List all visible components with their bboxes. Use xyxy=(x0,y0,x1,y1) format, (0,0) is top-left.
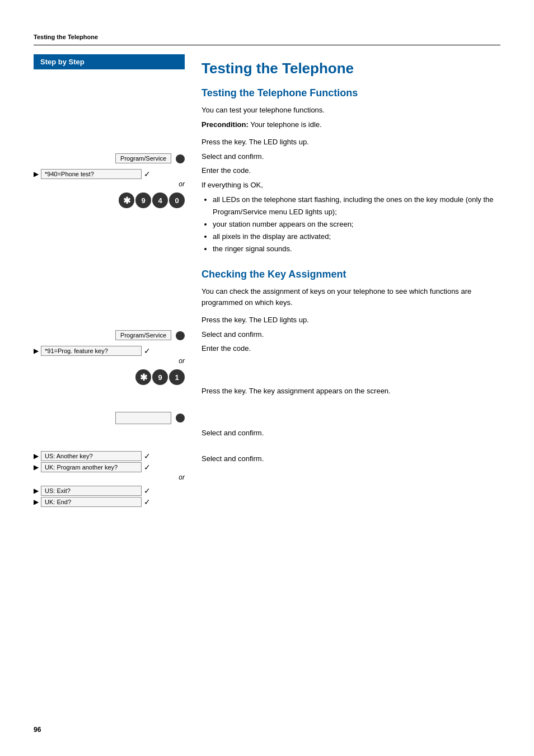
left-column: Step by Step Program/Service ▶ xyxy=(34,54,196,511)
section1-precondition: Precondition: Your telephone is idle. xyxy=(202,119,500,130)
section2-step4-desc: Select and confirm. xyxy=(202,428,500,439)
arrow-icon-2: ▶ xyxy=(34,347,39,355)
main-title: Testing the Telephone xyxy=(202,60,500,77)
code-1-2: 1 xyxy=(169,369,185,385)
bullet-3: all pixels in the display are activated; xyxy=(213,231,500,243)
menu-label-uk-another[interactable]: UK: Program another key? xyxy=(41,462,142,472)
check-icon-1: ✓ xyxy=(144,170,151,179)
code-0-1: 0 xyxy=(169,192,185,208)
section1-step1: Program/Service xyxy=(34,153,185,165)
or-text-1: or xyxy=(34,180,185,188)
check-icon-6: ✓ xyxy=(144,497,151,506)
section1-step1-desc: Press the key. The LED lights up. xyxy=(202,137,500,148)
led-indicator-2 xyxy=(176,331,185,340)
right-column: Testing the Telephone Testing the Teleph… xyxy=(196,54,500,511)
check-icon-4: ✓ xyxy=(144,463,151,472)
section2-step1: Program/Service xyxy=(34,330,185,341)
code-9-2: 9 xyxy=(152,369,168,385)
arrow-icon-5: ▶ xyxy=(34,487,39,495)
arrow-icon-4: ▶ xyxy=(34,463,39,471)
section2-step2-desc: Select and confirm. xyxy=(202,329,500,340)
bullet-1: all LEDs on the telephone start flashing… xyxy=(213,194,500,218)
section2-title: Checking the Key Assignment xyxy=(202,269,500,280)
section2-step5-desc: Select and confirm. xyxy=(202,453,500,464)
section2-code-icons: ✱ 9 1 xyxy=(34,369,185,385)
bullet-4: the ringer signal sounds. xyxy=(213,243,500,255)
led-indicator-1 xyxy=(176,154,185,163)
section2-another-key: ▶ US: Another key? ✓ ▶ UK: Program anoth… xyxy=(34,451,185,481)
or-text-3: or xyxy=(34,473,185,481)
section2-exit: ▶ US: Exit? ✓ ▶ UK: End? ✓ xyxy=(34,486,185,507)
blank-key-button[interactable] xyxy=(115,412,171,424)
arrow-icon-6: ▶ xyxy=(34,498,39,506)
bullet-2: your station number appears on the scree… xyxy=(213,218,500,231)
section1-code-desc: Enter the code. xyxy=(202,165,500,176)
section1-step2: ▶ *940=Phone test? ✓ or xyxy=(34,169,185,188)
section2-step1-desc: Press the key. The LED lights up. xyxy=(202,314,500,326)
section1-intro: You can test your telephone functions. xyxy=(202,105,500,116)
section1-title: Testing the Telephone Functions xyxy=(202,87,500,99)
section2-intro: You can check the assignment of keys on … xyxy=(202,286,500,308)
led-indicator-3 xyxy=(176,414,185,422)
arrow-icon-1: ▶ xyxy=(34,170,39,178)
section1-step2-desc: Select and confirm. xyxy=(202,151,500,162)
program-service-key-2[interactable]: Program/Service xyxy=(115,330,171,340)
menu-label-91[interactable]: *91=Prog. feature key? xyxy=(41,346,142,356)
check-icon-2: ✓ xyxy=(144,346,151,355)
header-rule xyxy=(34,45,500,45)
section1-code-icons: ✱ 9 4 0 xyxy=(34,192,185,208)
section1-bullets: all LEDs on the telephone start flashing… xyxy=(213,194,500,255)
section2-blank-key xyxy=(34,412,185,424)
program-service-key-1[interactable]: Program/Service xyxy=(115,153,171,163)
code-4-1: 4 xyxy=(152,192,168,208)
step-by-step-label: Step by Step xyxy=(34,54,185,69)
arrow-icon-3: ▶ xyxy=(34,452,39,460)
menu-label-us-another[interactable]: US: Another key? xyxy=(41,451,142,461)
page-number: 96 xyxy=(34,726,41,734)
section2-step3-desc: Press the key. The key assignment appear… xyxy=(202,386,500,397)
check-icon-3: ✓ xyxy=(144,452,151,461)
section1-if-ok: If everything is OK, xyxy=(202,180,500,191)
code-9-1: 9 xyxy=(135,192,151,208)
page-header: Testing the Telephone xyxy=(34,34,500,40)
section2-step2: ▶ *91=Prog. feature key? ✓ or xyxy=(34,346,185,365)
or-text-2: or xyxy=(34,357,185,365)
check-icon-5: ✓ xyxy=(144,486,151,495)
menu-label-940[interactable]: *940=Phone test? xyxy=(41,169,142,179)
menu-label-uk-end[interactable]: UK: End? xyxy=(41,497,142,507)
menu-label-us-exit[interactable]: US: Exit? xyxy=(41,486,142,496)
code-star-2: ✱ xyxy=(135,369,151,385)
code-star-1: ✱ xyxy=(119,192,134,208)
section2-code-desc: Enter the code. xyxy=(202,343,500,354)
